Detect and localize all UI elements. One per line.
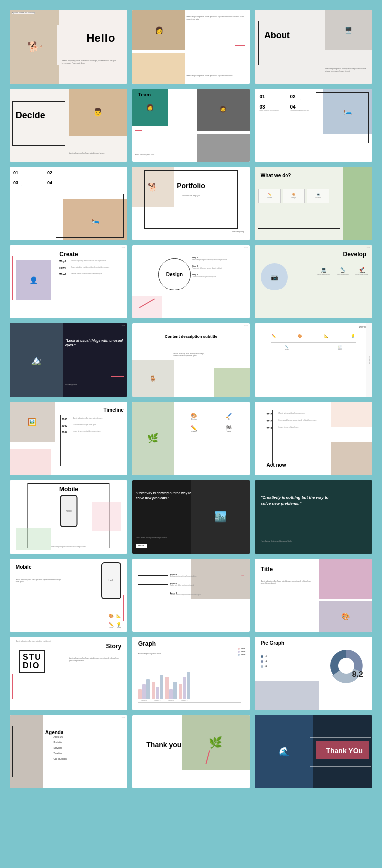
nums2-box [56,194,124,238]
legend-item-1: Series 1 [238,648,246,650]
about-photo: 🖥️ [325,10,372,50]
layer-1-accent: — [241,574,244,577]
timeline-line [60,415,61,466]
quote-photo: 🏔️ [10,323,63,397]
slide-creativity-full: "Creativity is nothing but the way to so… [255,480,372,554]
layer-1-text: Maecis adipiscing tellus fusce quis dolo… [170,576,205,578]
bar-4-2 [183,677,186,699]
whatwedo-box-2: 🎨Design [283,189,305,203]
slide-number: NAME [122,325,125,326]
slide-number: NAME [244,403,248,405]
layers-content: Layer 1 Maecis adipiscing tellus fusce q… [138,573,244,596]
design-pink-rect [132,296,162,318]
actnow-items: 2010 Maecis adipiscing tellus fusce quis… [267,413,331,430]
slide-portfolio: 🐕 Portfolio How can we help you Maecis a… [132,167,250,240]
decide-text: Maecis adipiscing tellus. Fusce quis dol… [69,152,125,155]
slide-agenda: Agenda About Us Portfolio Services Timel… [10,715,127,789]
agenda-items: About Us Portfolio Services Timeline Cal… [51,736,122,760]
studio-box: STUDIO [19,650,45,673]
graph-subtitle: Maecis adipiscing tellus fusce [138,653,161,655]
diag-design5: 📊Design [329,345,350,350]
develop-items: 💻 Code Maecis adipiscing tellus 🔧 Test F… [317,267,369,275]
develop-title: Develop [343,251,367,258]
bar-2-1 [152,682,155,699]
layer-2-content: Layer 2 Fusce quis dolor eget laoreet bl… [170,582,205,587]
pie-title: Pie Graph [261,640,284,646]
pie-dot-2 [261,660,263,663]
pie-label-2: 1.2 [265,660,267,662]
graph-legend: Series 1 Series 2 Series 3 [238,648,246,656]
num2-item-1: 01Maecis adipiscing [13,170,44,177]
mob-icon-create: ✏️Create [109,622,114,628]
slide-number: NAME [122,482,125,483]
phone-label: Hello [66,509,71,512]
legend-item-3: Series 3 [238,654,246,656]
slide-about: 🖥️ About Maecis adipiscing tellus. Fusce… [255,10,372,84]
slide-number: NAME [244,90,248,92]
agenda-item-portfolio: Portfolio [51,741,122,744]
whatwedo-line [258,228,340,229]
slide-number: NAME [367,90,370,92]
content-photo: 🪑 [132,360,174,397]
slide-actnow: 2010 Maecis adipiscing tellus fusce quis… [255,402,372,476]
num2-item-3: 03Laoreet blandit [13,180,44,187]
pie-chart [326,646,366,685]
quote-author: Vico Magistretti [65,384,124,386]
bar-group-2-bars [152,675,163,699]
slide-number: NAME [367,403,370,405]
decide-photo: 👨 [69,89,127,136]
create-title: Create [59,251,78,258]
slide-hello: 🐕 Hello My name is Nana, look at this do… [10,10,127,84]
layer-1-row: Layer 1 Maecis adipiscing tellus fusce q… [138,573,244,578]
mob-icon-design2: 📐Design [116,614,121,620]
legend-dot-2 [238,651,240,653]
actnow-item-2010: 2010 Maecis adipiscing tellus fusce quis… [267,413,331,416]
bar-group-2: Category 2 [152,675,163,701]
slide-photos: 👩 Maecis adipiscing tellus fusce quis do… [132,10,250,84]
layer-2-line [138,584,168,585]
bar-1-3 [146,679,150,699]
pie-legend-item-1: 1.4 [261,655,267,658]
slide-number: NAME [244,482,248,483]
whatwedo-title: What we do? [261,173,291,178]
creativity-author: Frank Daniels, Strategic and Manager at … [136,537,167,539]
bar-label-1: Category 1 [141,700,147,701]
mob-icon-design: 🎨Design [109,614,114,620]
bar-group-3: Category 3 [165,677,177,701]
agenda-title: Agenda [45,730,64,735]
actnow-item-2019: 2019 Integer sit amet volutpat lorem. [267,427,331,430]
slide-number: NAME [122,717,125,718]
bar-group-4: Category 4 [179,672,190,701]
num2-item-4: 04Volutpat lorem [47,180,78,187]
layer-1-line [138,575,168,576]
pie-legend: 1.4 1.2 5.2 [261,655,267,668]
slide-number: NAME [122,168,125,170]
bar-label-2: Category 2 [154,700,160,701]
create-button[interactable]: CREATE [136,544,147,548]
decide-box [12,101,65,146]
bar-label-4: Category 4 [181,700,187,701]
phone-outline: Hello [60,495,78,527]
creativity-accent [261,525,273,526]
slide-creativity-dark: 🏙️ "Creativity is nothing but the way to… [132,480,250,554]
layer-3-line [138,594,168,594]
agenda-item-cta: Call to Action [51,758,122,760]
thankyou-photo: 🌿 [182,715,250,771]
step-1: Step 1 Maecis adipiscing tellus fusce qu… [192,256,245,261]
title-text: Maecis adipiscing tellus. Fusce quis dol… [261,580,313,585]
pie-label-3: 5.2 [265,665,267,667]
diag-design: 🎨Design [289,334,310,340]
plant-photo: 🌿 [132,402,174,476]
slide-pie-graph: Pie Graph 8.2 1.4 1.2 [255,637,372,710]
bar-1-1 [138,689,142,699]
mobile-pink-rect [92,502,121,531]
bar-4-3 [187,672,190,699]
slide-number: NAME [122,638,125,640]
slide-number: NAME [122,403,125,405]
slide-number: NAME [244,325,248,326]
develop-circle: 📷 [261,263,288,290]
bar-3-2 [169,689,173,699]
step-3: Step 3 Laoreet blandit volutpat lorem qu… [192,273,245,278]
diag-line-2 [271,353,356,353]
timeline-pink [10,449,51,475]
